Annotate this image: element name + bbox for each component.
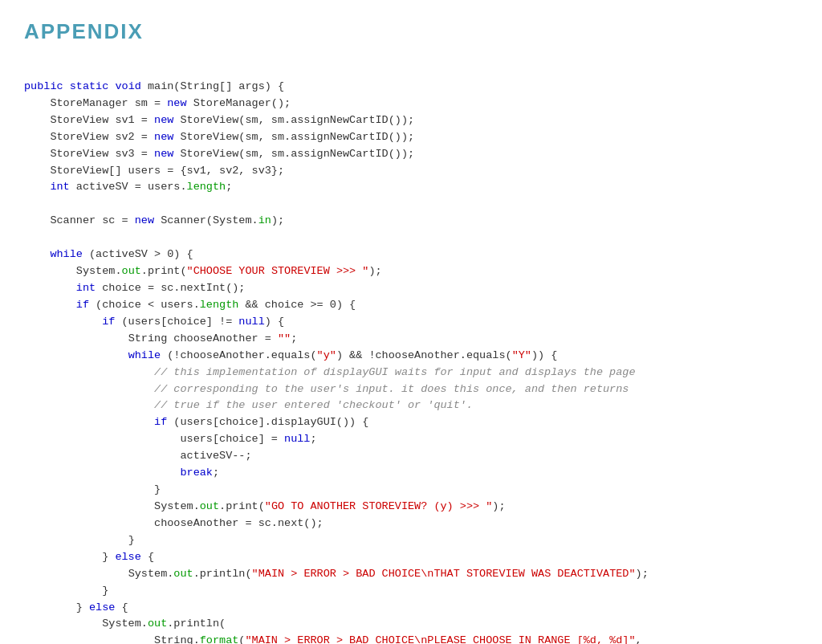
page-title: APPENDIX xyxy=(24,16,798,47)
code-block: public static void main(String[] args) {… xyxy=(24,62,798,644)
